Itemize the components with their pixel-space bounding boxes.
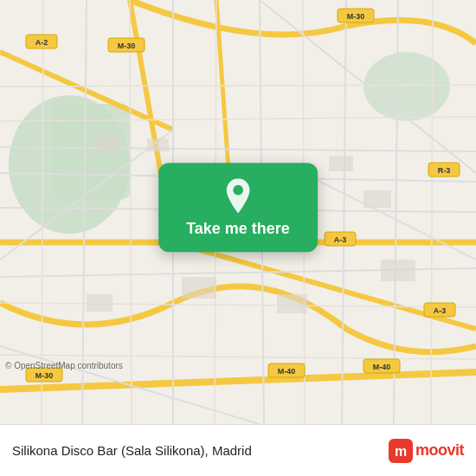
svg-rect-60 [381,260,415,281]
svg-rect-59 [87,294,113,312]
svg-rect-52 [95,134,121,151]
location-pin-icon [221,178,255,213]
svg-text:A-2: A-2 [35,38,48,47]
svg-text:m: m [395,444,407,459]
moovit-icon: m [389,439,413,463]
map-attribution: © OpenStreetMap contributors [5,361,123,370]
svg-text:R-3: R-3 [438,166,451,175]
svg-text:M-30: M-30 [118,42,136,50]
svg-rect-57 [182,277,216,299]
svg-rect-53 [147,138,169,151]
map-container: M-30 M-30 M-30 M-40 M-40 A-2 A-3 M-30 R-… [0,0,476,424]
moovit-logo: m moovit [389,439,464,463]
bottom-bar: Silikona Disco Bar (Sala Silikona), Madr… [0,424,476,476]
action-card[interactable]: Take me there [158,163,318,252]
svg-rect-58 [277,294,307,313]
svg-text:M-30: M-30 [35,371,54,380]
svg-rect-56 [363,190,391,208]
take-me-there-button[interactable]: Take me there [186,220,290,238]
svg-text:A-3: A-3 [434,306,447,315]
moovit-text: moovit [415,441,464,460]
svg-text:M-30: M-30 [347,12,365,21]
svg-point-61 [233,185,243,196]
svg-text:M-40: M-40 [373,363,391,371]
svg-text:M-40: M-40 [278,367,296,376]
place-name-label: Silikona Disco Bar (Sala Silikona), Madr… [12,443,389,458]
svg-text:A-3: A-3 [334,235,347,244]
svg-rect-55 [329,156,353,171]
svg-point-3 [363,52,450,121]
